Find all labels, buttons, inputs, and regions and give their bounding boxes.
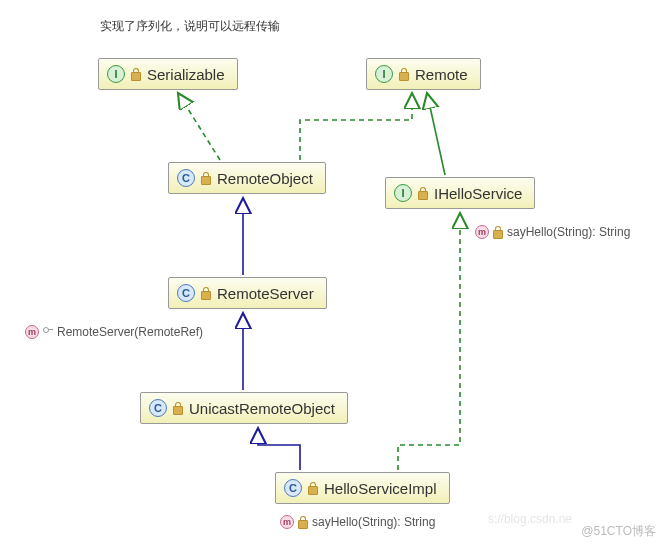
method-remoteserver-ctor: m RemoteServer(RemoteRef): [25, 325, 203, 339]
diagram-note: 实现了序列化，说明可以远程传输: [100, 18, 280, 35]
lock-icon: [418, 187, 428, 199]
interface-icon: I: [107, 65, 125, 83]
lock-icon: [173, 402, 183, 414]
edge-remoteobject-serializable: [178, 93, 220, 160]
edge-ihelloservice-remote: [427, 93, 445, 175]
lock-icon: [399, 68, 409, 80]
lock-icon: [298, 516, 308, 528]
lock-icon: [201, 287, 211, 299]
edge-remoteobject-remote: [300, 93, 412, 160]
interface-icon: I: [375, 65, 393, 83]
method-signature: RemoteServer(RemoteRef): [57, 325, 203, 339]
node-remoteserver: C RemoteServer: [168, 277, 327, 309]
key-icon: [43, 327, 53, 337]
class-icon: C: [284, 479, 302, 497]
lock-icon: [308, 482, 318, 494]
edge-helloimpl-unicast: [258, 428, 300, 470]
watermark: @51CTO博客: [581, 523, 656, 540]
node-label: UnicastRemoteObject: [189, 400, 335, 417]
lock-icon: [493, 226, 503, 238]
interface-icon: I: [394, 184, 412, 202]
method-icon: m: [475, 225, 489, 239]
edge-helloimpl-ihelloservice: [398, 213, 460, 470]
method-icon: m: [280, 515, 294, 529]
watermark-faint: s://blog.csdn.ne: [488, 512, 572, 526]
node-label: HelloServiceImpl: [324, 480, 437, 497]
lock-icon: [131, 68, 141, 80]
node-label: IHelloService: [434, 185, 522, 202]
node-unicastremoteobject: C UnicastRemoteObject: [140, 392, 348, 424]
node-ihelloservice: I IHelloService: [385, 177, 535, 209]
method-icon: m: [25, 325, 39, 339]
method-signature: sayHello(String): String: [312, 515, 435, 529]
class-icon: C: [177, 284, 195, 302]
class-icon: C: [177, 169, 195, 187]
node-remoteobject: C RemoteObject: [168, 162, 326, 194]
node-label: RemoteServer: [217, 285, 314, 302]
node-label: RemoteObject: [217, 170, 313, 187]
node-label: Remote: [415, 66, 468, 83]
class-icon: C: [149, 399, 167, 417]
method-signature: sayHello(String): String: [507, 225, 630, 239]
method-sayhello-impl: m sayHello(String): String: [280, 515, 435, 529]
node-label: Serializable: [147, 66, 225, 83]
node-remote: I Remote: [366, 58, 481, 90]
node-serializable: I Serializable: [98, 58, 238, 90]
method-sayhello-interface: m sayHello(String): String: [475, 225, 630, 239]
node-helloserviceimpl: C HelloServiceImpl: [275, 472, 450, 504]
lock-icon: [201, 172, 211, 184]
